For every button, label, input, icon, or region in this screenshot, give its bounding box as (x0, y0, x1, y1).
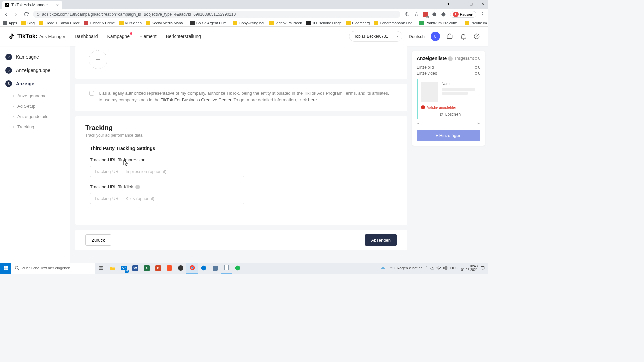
nav-element[interactable]: Element (139, 34, 156, 39)
briefcase-icon[interactable] (446, 33, 453, 40)
info-icon[interactable] (448, 56, 453, 61)
weather-widget[interactable]: 17°C Regen klingt an (380, 265, 423, 271)
svg-rect-3 (447, 35, 452, 39)
start-button[interactable] (0, 263, 11, 274)
folder-icon (146, 21, 150, 25)
back-icon[interactable] (3, 11, 9, 18)
reload-icon[interactable] (23, 11, 30, 18)
validation-error: !Validierungsfehler (421, 105, 479, 109)
bookmark-item[interactable]: 100 schöne Dinge (306, 21, 342, 25)
help-icon[interactable] (473, 33, 480, 40)
consent-checkbox[interactable] (89, 91, 94, 96)
bookmark-item[interactable]: Videokurs Ideen (269, 21, 302, 25)
spotify-icon[interactable] (232, 263, 244, 274)
substep-anzeigendetails[interactable]: Anzeigendetails (0, 111, 70, 122)
bookmark-item[interactable]: Bloomberg (346, 21, 370, 25)
tiktok-favicon (5, 3, 9, 7)
obs-icon[interactable] (175, 263, 186, 274)
delete-button[interactable]: Löschen (421, 112, 479, 117)
step-kampagne[interactable]: Kampagne (0, 50, 70, 64)
add-media-button[interactable]: + (89, 50, 107, 69)
substep-anzeigenname[interactable]: Anzeigenname (0, 90, 70, 101)
upload-card: + (75, 46, 407, 79)
bookmark-item[interactable]: Cload + Canva Bilder (39, 21, 79, 25)
maximize-icon[interactable]: ▢ (466, 0, 477, 7)
keyboard-lang[interactable]: DEU (450, 266, 458, 270)
bookmark-item[interactable]: Blog (21, 21, 35, 25)
menu-icon[interactable]: ⋮ (480, 11, 486, 17)
account-dot-icon[interactable]: ● (443, 0, 454, 7)
step-anzeigengruppe[interactable]: Anzeigengruppe (0, 64, 70, 77)
bookmark-item[interactable]: Copywriting neu (233, 21, 265, 25)
ad-list-item[interactable]: Name (421, 82, 479, 102)
consent-card: I, as a legally authorized representativ… (75, 84, 407, 111)
nav-dashboard[interactable]: Dashboard (75, 34, 98, 39)
language-selector[interactable]: Deutsch (409, 34, 425, 39)
bookmark-item[interactable]: Kursideen (119, 21, 142, 25)
footer-actions: Zurück Absenden (75, 230, 407, 250)
extension-status-badge[interactable]: T Pausiert (450, 11, 476, 18)
step-anzeige[interactable]: 3 Anzeige (0, 77, 70, 90)
close-window-icon[interactable]: ✕ (477, 0, 488, 7)
windows-search[interactable]: Zur Suche Text hier eingeben (11, 263, 95, 274)
info-icon[interactable] (135, 185, 140, 189)
system-clock[interactable]: 18:43 01.08.2021 (461, 264, 478, 272)
add-ad-button[interactable]: + Hinzufügen (417, 130, 480, 141)
bookmark-item[interactable]: Praktikum Projektm... (419, 21, 461, 25)
wifi-icon[interactable] (436, 266, 441, 270)
bookmark-item[interactable]: Bois d'Argent Duft... (190, 21, 229, 25)
back-button[interactable]: Zurück (85, 234, 111, 246)
creative-center-link[interactable]: TikTok For Business Creative Center (161, 97, 231, 102)
tray-chevron-icon[interactable]: ˄ (425, 266, 427, 270)
notepad-icon[interactable] (221, 263, 232, 274)
bell-icon[interactable] (460, 33, 467, 40)
folder-icon (346, 21, 351, 25)
task-view-icon[interactable] (95, 263, 107, 274)
check-icon (5, 67, 12, 74)
click-here-link[interactable]: click here (298, 97, 317, 102)
edge-icon[interactable] (198, 263, 209, 274)
account-selector[interactable]: Tobias Becker0731 (349, 31, 402, 42)
substep-tracking[interactable]: Tracking (0, 122, 70, 132)
impression-url-input[interactable] (90, 166, 244, 177)
onedrive-icon[interactable] (430, 266, 434, 270)
step-number-icon: 3 (5, 80, 12, 87)
bookmark-item[interactable]: Dinner & Crime (84, 21, 115, 25)
stat-einzelvideo: Einzelvideox 0 (417, 71, 480, 76)
notifications-icon[interactable] (480, 266, 485, 270)
brave-icon[interactable] (164, 263, 175, 274)
close-tab-icon[interactable]: ✕ (55, 3, 60, 7)
bookmark-item[interactable]: Social Media Mana... (146, 21, 186, 25)
minimize-icon[interactable]: — (454, 0, 466, 7)
substep-adsetup[interactable]: Ad Setup (0, 101, 70, 111)
excel-icon[interactable]: X (141, 263, 152, 274)
new-tab-button[interactable]: + (62, 1, 72, 9)
submit-button[interactable]: Absenden (365, 234, 397, 246)
mail-icon[interactable]: 23 (118, 263, 129, 274)
nav-kampagne[interactable]: Kampagne (107, 34, 130, 39)
apps-bookmark[interactable]: Apps (3, 21, 17, 25)
url-text: ads.tiktok.com/i18n/campaign/ad/creation… (42, 12, 236, 17)
ext1-icon[interactable]: 3 (423, 12, 428, 17)
ext2-icon[interactable] (431, 11, 437, 17)
chrome-icon[interactable] (186, 263, 198, 274)
star-icon[interactable]: ☆ (413, 11, 419, 17)
svg-point-2 (432, 12, 436, 16)
explorer-icon[interactable] (107, 263, 118, 274)
horizontal-scroll-indicator[interactable]: ◄► (417, 121, 480, 125)
browser-tab[interactable]: TikTok Ads-Manager ✕ (2, 1, 62, 9)
address-bar[interactable]: ads.tiktok.com/i18n/campaign/ad/creation… (33, 11, 400, 18)
zoom-icon[interactable] (404, 11, 410, 17)
click-url-input[interactable] (90, 193, 244, 204)
extensions-icon[interactable] (441, 11, 447, 17)
volume-icon[interactable] (443, 266, 448, 270)
tiktok-logo[interactable]: TikTok:Ads-Manager (8, 33, 65, 40)
word-icon[interactable]: W (129, 263, 141, 274)
bookmark-item[interactable]: Praktikum WU (465, 21, 488, 25)
user-avatar[interactable]: u (431, 32, 440, 41)
app-icon[interactable] (209, 263, 221, 274)
nav-berichterstellung[interactable]: Berichterstellung (166, 34, 201, 39)
powerpoint-icon[interactable]: P (152, 263, 164, 274)
windows-taskbar: Zur Suche Text hier eingeben 23 W X P 17… (0, 263, 488, 274)
bookmark-item[interactable]: Panoramabahn und... (374, 21, 415, 25)
